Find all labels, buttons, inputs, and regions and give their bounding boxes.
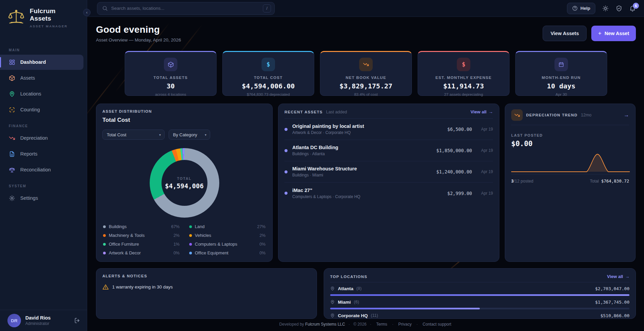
user-role: Administrator [25,321,70,326]
footer-link-privacy[interactable]: Privacy [398,322,412,327]
dollar-icon: $ [262,58,275,71]
panel-subtitle: Last added [326,110,347,114]
last-posted-value: $0.00 [511,140,629,148]
location-bar-fill [330,308,480,309]
legend-dot [103,243,106,246]
view-assets-button[interactable]: View Assets [543,26,587,41]
stat-sub: 27 assets depreciating [418,92,509,96]
sidebar-item-label: Settings [20,195,38,201]
location-row[interactable]: Miami (6) $1,367,745.00 [330,298,629,309]
legend-dot [189,252,192,254]
sidebar-nav: MAIN Dashboard Assets Locations [0,42,87,310]
brand-tagline: ASSET MANAGER [30,24,68,28]
sidebar-item-locations[interactable]: Locations [0,86,83,102]
theme-toggle-sun-icon[interactable] [602,5,609,12]
user-name: David Rios [25,315,70,321]
legend-dot [103,234,106,237]
stat-card-total-cost: $ TOTAL COST $4,594,006.00 $764,830.73 d… [222,51,314,96]
new-asset-button[interactable]: + New Asset [591,26,636,41]
user-box[interactable]: DR David Rios Administrator [0,310,87,331]
legend-dot [189,225,192,228]
stat-card-net-book-value: NET BOOK VALUE $3,829,175.27 83.4% of co… [320,51,412,96]
recent-assets-list: Original painting by local artistArtwork… [284,119,493,204]
sidebar-item-label: Assets [20,75,35,81]
scan-icon [9,107,15,113]
search-input[interactable] [111,6,259,11]
sidebar-collapse-button[interactable]: ‹ [83,9,91,16]
arrow-right-icon[interactable]: → [624,112,629,118]
page-subtitle: Asset Overview — Monday, April 20, 2026 [96,37,181,43]
donut-center-label: TOTAL [177,176,192,181]
search-bar[interactable]: / [97,2,275,15]
panel-title: ASSET DISTRIBUTION [102,109,152,113]
dashboard-grid-icon [9,59,15,65]
metric-select[interactable]: Total Cost ▾ [102,130,165,140]
stat-value: $4,594,006.00 [223,82,314,90]
recent-asset-row[interactable]: Atlanta DC BuildingBuildings · Atlanta $… [284,140,493,161]
location-row[interactable]: Atlanta (8) $2,703,047.00 [330,285,629,296]
calendar-icon [554,58,568,71]
footer-link-contact[interactable]: Contact support [423,322,451,327]
trend-period: 12mo [581,113,591,117]
sidebar-item-assets[interactable]: Assets [0,71,83,86]
map-pin-icon [330,313,335,318]
footer-link-terms[interactable]: Terms [376,322,387,327]
sidebar-item-depreciation[interactable]: Depreciation [0,131,83,146]
sidebar-item-reconciliation[interactable]: Reconciliation [0,162,83,177]
avatar: DR [7,314,21,327]
trending-down-icon [511,109,523,121]
user-meta: David Rios Administrator [25,315,70,326]
stats-row: TOTAL ASSETS 30 across 4 locations $ TOT… [125,51,607,96]
logout-icon[interactable] [74,317,81,324]
donut-legend: Buildings67% Land27% Machinery & Tools2%… [102,224,266,256]
sidebar-item-dashboard[interactable]: Dashboard [0,55,83,70]
location-row[interactable]: Corporate HQ (11) $510,866.00 [330,312,629,319]
sidebar-item-counting[interactable]: Counting [0,102,83,117]
stat-card-total-assets: TOTAL ASSETS 30 across 4 locations [125,51,217,96]
help-button[interactable]: Help [567,3,595,14]
alert-text: 1 warranty expiring in 30 days [112,284,173,289]
sidebar-item-reports[interactable]: Reports [0,146,83,162]
stat-label: MONTH-END RUN [516,76,607,80]
alerts-panel: ALERTS & NOTICES 1 warranty expiring in … [96,268,317,319]
stat-value: 30 [125,82,216,90]
nav-section-finance: FINANCE [0,124,87,128]
location-bar [330,308,629,309]
footer-company-link[interactable]: Fulcrum Systems LLC [305,322,345,327]
sidebar-item-label: Locations [20,91,41,96]
sidebar-item-settings[interactable]: Settings [0,191,83,206]
group-by-select[interactable]: By Category ▾ [169,130,210,140]
stat-sub: across 4 locations [125,92,216,96]
recent-asset-row[interactable]: iMac 27"Computers & Laptops · Corporate … [284,183,493,204]
recent-asset-row[interactable]: Miami Warehouse StructureBuildings · Mia… [284,161,493,183]
panel-title: TOP LOCATIONS [330,275,367,279]
trend-line-chart [511,152,630,173]
trending-down-icon [9,135,15,141]
shield-check-icon[interactable] [616,5,622,12]
donut-center-value: $4,594,006 [165,182,203,190]
panel-title: ALERTS & NOTICES [102,274,147,278]
legend-item: Land27% [189,224,266,229]
notification-badge: 6 [633,3,639,9]
trending-down-icon [359,58,373,71]
plus-icon: + [598,30,601,37]
location-bar [330,294,629,296]
donut-chart[interactable]: TOTAL $4,594,006 [150,148,219,218]
search-shortcut-badge: / [263,4,271,12]
view-all-link[interactable]: View all→ [471,109,493,114]
map-pin-icon [330,300,335,304]
legend-item: Computers & Laptops0% [189,241,266,247]
legend-dot [189,234,192,237]
stat-value: 10 days [516,82,607,90]
view-all-link[interactable]: View all→ [607,274,629,279]
bell-icon[interactable]: 6 [629,5,636,12]
map-pin-icon [330,286,335,291]
posted-count: 3 [511,179,514,184]
cube-icon [9,75,15,81]
recent-asset-row[interactable]: Original painting by local artistArtwork… [284,119,493,140]
brand-name: Fulcrum Assets [30,7,68,23]
stat-label: NET BOOK VALUE [320,76,412,80]
stat-card-monthly-expense: $ EST. MONTHLY EXPENSE $11,914.73 27 ass… [418,51,510,96]
alert-item[interactable]: 1 warranty expiring in 30 days [102,284,311,290]
bullet-dot [284,192,288,195]
